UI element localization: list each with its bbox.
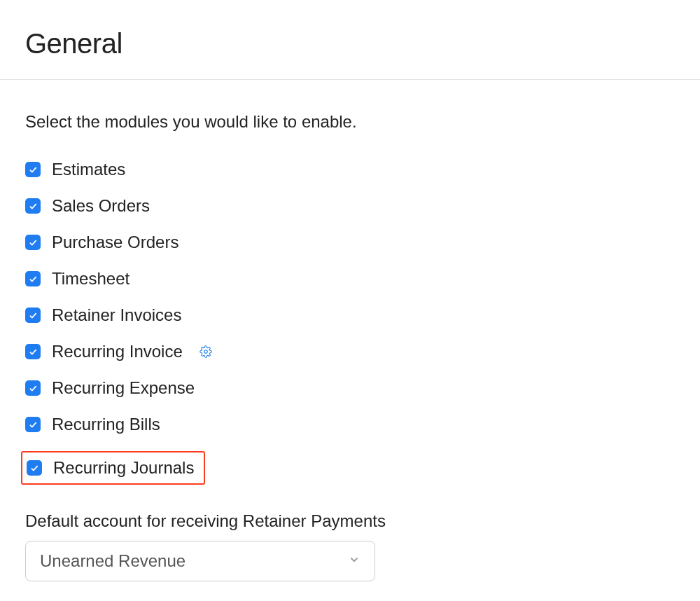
highlight-box-recurring-journals: Recurring Journals	[21, 451, 205, 485]
checkbox-timesheet[interactable]	[25, 271, 41, 286]
module-item-timesheet: Timesheet	[25, 269, 675, 289]
default-account-select[interactable]: Unearned Revenue	[25, 541, 375, 581]
page-title: General	[25, 28, 675, 60]
modules-list: EstimatesSales OrdersPurchase OrdersTime…	[25, 160, 675, 485]
gear-icon[interactable]	[200, 345, 212, 358]
module-label-estimates: Estimates	[52, 160, 125, 179]
default-account-section: Default account for receiving Retainer P…	[25, 511, 675, 581]
module-label-timesheet: Timesheet	[52, 269, 130, 289]
content-area: Select the modules you would like to ena…	[0, 80, 700, 595]
module-label-purchase-orders: Purchase Orders	[52, 233, 178, 252]
checkbox-retainer-invoices[interactable]	[25, 308, 41, 323]
module-item-recurring-bills: Recurring Bills	[25, 415, 675, 434]
module-label-recurring-invoice: Recurring Invoice	[52, 342, 183, 361]
module-item-retainer-invoices: Retainer Invoices	[25, 305, 675, 325]
checkbox-recurring-bills[interactable]	[25, 417, 41, 432]
module-item-estimates: Estimates	[25, 160, 675, 179]
default-account-selected-value: Unearned Revenue	[40, 551, 186, 571]
module-item-recurring-expense: Recurring Expense	[25, 378, 675, 398]
checkbox-recurring-expense[interactable]	[25, 380, 41, 396]
module-label-recurring-expense: Recurring Expense	[52, 378, 195, 398]
instruction-text: Select the modules you would like to ena…	[25, 112, 675, 132]
checkbox-purchase-orders[interactable]	[25, 235, 41, 250]
checkbox-recurring-journals[interactable]	[27, 460, 42, 476]
default-account-label: Default account for receiving Retainer P…	[25, 511, 675, 531]
checkbox-wrap	[25, 417, 41, 432]
module-item-sales-orders: Sales Orders	[25, 196, 675, 216]
checkbox-wrap	[25, 308, 41, 323]
module-label-recurring-bills: Recurring Bills	[52, 415, 160, 434]
checkbox-wrap	[25, 344, 41, 359]
module-item-purchase-orders: Purchase Orders	[25, 233, 675, 252]
checkbox-estimates[interactable]	[25, 162, 41, 177]
checkbox-sales-orders[interactable]	[25, 198, 41, 214]
checkbox-wrap	[25, 198, 41, 214]
checkbox-wrap	[25, 235, 41, 250]
svg-point-0	[204, 350, 208, 354]
checkbox-wrap	[25, 380, 41, 396]
checkbox-wrap	[25, 271, 41, 286]
module-label-sales-orders: Sales Orders	[52, 196, 150, 216]
checkbox-recurring-invoice[interactable]	[25, 344, 41, 359]
checkbox-wrap	[27, 460, 42, 476]
checkbox-wrap	[25, 162, 41, 177]
page-header: General	[0, 0, 700, 80]
module-item-recurring-invoice: Recurring Invoice	[25, 342, 675, 361]
module-item-recurring-journals: Recurring Journals	[25, 451, 675, 485]
chevron-down-icon	[348, 553, 360, 569]
module-label-retainer-invoices: Retainer Invoices	[52, 305, 181, 325]
module-label-recurring-journals: Recurring Journals	[53, 458, 194, 478]
